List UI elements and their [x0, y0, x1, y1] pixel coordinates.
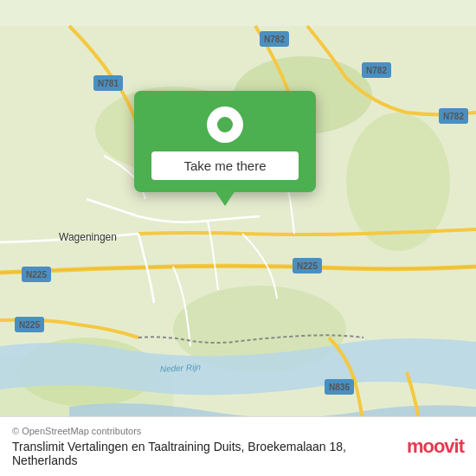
svg-text:N836: N836 [329, 383, 350, 392]
svg-text:N225: N225 [26, 270, 47, 280]
map-container: Neder Rijn Wageningen N782 N782 N782 N78… [0, 0, 476, 476]
bottom-bar: © OpenStreetMap contributors Translimit … [0, 416, 476, 476]
svg-text:N782: N782 [443, 112, 464, 121]
bottom-info: © OpenStreetMap contributors Translimit … [12, 426, 398, 467]
moovit-logo: moovit [407, 435, 464, 458]
location-name: Translimit Vertalingen en Taaltraining D… [12, 440, 398, 467]
osm-credit: © OpenStreetMap contributors [12, 426, 398, 436]
svg-text:N782: N782 [264, 35, 285, 44]
map-svg: Neder Rijn Wageningen N782 N782 N782 N78… [0, 0, 476, 476]
svg-text:N225: N225 [19, 320, 40, 330]
take-me-there-button[interactable]: Take me there [151, 151, 299, 180]
pin-inner [217, 117, 233, 132]
svg-text:N781: N781 [98, 79, 119, 88]
svg-text:N225: N225 [297, 261, 318, 271]
svg-text:Wageningen: Wageningen [59, 231, 117, 243]
map-popup: Take me there [134, 91, 316, 192]
svg-text:N782: N782 [366, 66, 387, 75]
location-pin [207, 106, 243, 143]
